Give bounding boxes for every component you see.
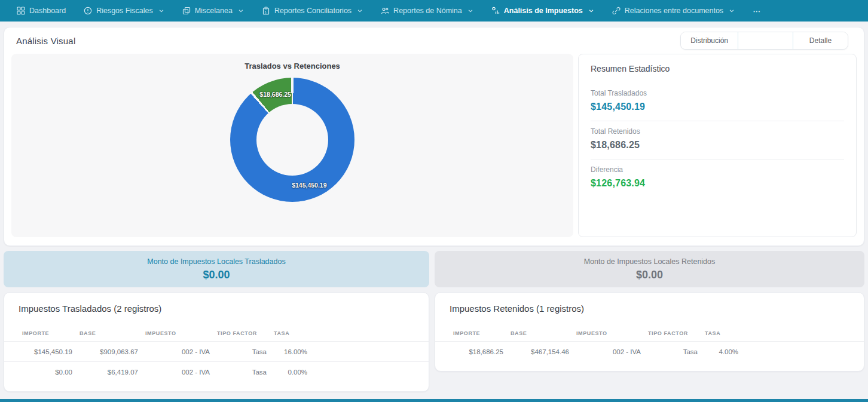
nav-item-miscelanea[interactable]: Miscelanea — [182, 7, 244, 15]
donut-hole — [256, 104, 328, 176]
column-header: IMPUESTO — [573, 328, 644, 341]
banners-row: Monto de Impuestos Locales Trasladados $… — [4, 251, 864, 287]
analisis-visual-header: Análisis Visual Distribución Detalle — [11, 27, 857, 54]
banner-label: Monto de Impuestos Locales Retenidos — [584, 257, 716, 266]
table-row[interactable]: $0.00 $6,419.07 002 - IVA Tasa 0.00% — [4, 361, 429, 382]
chevron-down-icon — [729, 8, 735, 14]
chart-analysis-icon — [491, 7, 500, 15]
analisis-visual-card: Análisis Visual Distribución Detalle Tra… — [4, 27, 864, 246]
cell-base: $909,063.67 — [76, 348, 142, 355]
nav-item-label: Dashboard — [29, 7, 66, 15]
table-row[interactable]: $145,450.19 $909,063.67 002 - IVA Tasa 1… — [4, 341, 429, 361]
nav-item-reportes-de-nomina[interactable]: Reportes de Nómina — [381, 7, 473, 15]
banner-locales-trasladados: Monto de Impuestos Locales Trasladados $… — [4, 251, 429, 287]
cell-impuesto: 002 - IVA — [573, 348, 644, 355]
nav-item-label: Análisis de Impuestos — [504, 7, 583, 15]
summary-label: Total Trasladados — [591, 89, 844, 97]
cell-base: $467,154.46 — [507, 348, 573, 355]
chevron-down-icon — [158, 8, 164, 14]
summary-title: Resumen Estadístico — [591, 64, 844, 73]
nav-item-riesgos-fiscales[interactable]: Riesgos Fiscales — [84, 7, 164, 15]
summary-value: $18,686.25 — [591, 140, 844, 151]
banner-value: $0.00 — [203, 269, 230, 281]
chevron-down-icon — [238, 8, 244, 14]
nav-item-label: Reportes de Nómina — [393, 7, 462, 15]
page-title: Análisis Visual — [16, 36, 75, 46]
link-icon — [612, 7, 621, 15]
resumen-estadistico-card: Resumen Estadístico Total Trasladados $1… — [578, 54, 857, 237]
nav-item-dashboard[interactable]: Dashboard — [17, 7, 66, 15]
analisis-visual-body: Traslados vs Retenciones $18,686.25 $145… — [11, 54, 857, 237]
impuestos-retenidos-card: Impuestos Retenidos (1 registros) IMPORT… — [435, 292, 864, 372]
column-header: IMPUESTO — [142, 328, 213, 341]
warning-circle-icon — [84, 7, 92, 15]
middle-view-button[interactable] — [738, 32, 793, 49]
column-header: TASA — [270, 328, 311, 341]
summary-item-diferencia: Diferencia $126,763.94 — [591, 159, 844, 197]
tables-row: Impuestos Trasladados (2 registros) IMPO… — [4, 292, 864, 392]
impuestos-trasladados-card: Impuestos Trasladados (2 registros) IMPO… — [4, 292, 429, 392]
cell-tasa: 0.00% — [270, 369, 311, 376]
nav-item-reportes-conciliatorios[interactable]: Reportes Conciliatorios — [262, 7, 363, 15]
cell-tasa: 4.00% — [701, 348, 742, 355]
overflow-icon: ⋯ — [753, 7, 761, 16]
chevron-down-icon — [467, 8, 473, 14]
donut-chart[interactable]: $18,686.25 $145,450.19 — [230, 78, 354, 202]
summary-item-total-retenidos: Total Retenidos $18,686.25 — [591, 121, 844, 159]
summary-value: $145,450.19 — [591, 102, 844, 112]
summary-label: Diferencia — [591, 165, 844, 174]
dashboard-icon — [17, 7, 25, 15]
cell-tasa: 16.00% — [270, 348, 311, 355]
cell-importe: $18,686.25 — [450, 348, 507, 355]
summary-label: Total Retenidos — [591, 127, 844, 136]
nav-item-label: Reportes Conciliatorios — [274, 7, 352, 15]
page-content: Análisis Visual Distribución Detalle Tra… — [0, 22, 868, 392]
clipboard-icon — [262, 7, 270, 15]
top-navigation: Dashboard Riesgos Fiscales Miscelanea Re… — [0, 0, 868, 22]
view-toggle-group: Distribución Detalle — [680, 32, 848, 50]
cell-tipo-factor: Tasa — [213, 369, 270, 376]
column-header: BASE — [76, 328, 142, 341]
table-header-row: IMPORTE BASE IMPUESTO TIPO FACTOR TASA — [435, 328, 864, 341]
column-header: TIPO FACTOR — [213, 328, 270, 341]
cell-tipo-factor: Tasa — [213, 348, 270, 355]
people-icon — [381, 7, 389, 15]
detalle-button[interactable]: Detalle — [793, 32, 848, 49]
bottom-accent-bar — [0, 399, 868, 402]
table-header-row: IMPORTE BASE IMPUESTO TIPO FACTOR TASA — [4, 328, 429, 341]
chevron-down-icon — [588, 8, 594, 14]
column-header: TIPO FACTOR — [644, 328, 701, 341]
summary-value: $126,763.94 — [591, 178, 844, 189]
nav-item-label: Riesgos Fiscales — [96, 7, 152, 15]
donut-chart-card: Traslados vs Retenciones $18,686.25 $145… — [11, 54, 573, 237]
cell-base: $6,419.07 — [76, 369, 142, 376]
banner-value: $0.00 — [636, 269, 663, 281]
slice-label-retenidos: $18,686.25 — [259, 91, 291, 98]
summary-item-total-trasladados: Total Trasladados $145,450.19 — [591, 83, 844, 121]
table-row[interactable]: $18,686.25 $467,154.46 002 - IVA Tasa 4.… — [435, 341, 864, 361]
cell-importe: $0.00 — [19, 369, 76, 376]
slice-label-trasladados: $145,450.19 — [292, 182, 326, 189]
column-spacer — [742, 331, 849, 338]
table-title: Impuestos Trasladados (2 registros) — [4, 303, 429, 314]
cell-importe: $145,450.19 — [19, 348, 76, 355]
column-header: BASE — [507, 328, 573, 341]
cell-tipo-factor: Tasa — [644, 348, 701, 355]
column-header: TASA — [701, 328, 742, 341]
column-header: IMPORTE — [19, 328, 76, 341]
table-title: Impuestos Retenidos (1 registros) — [435, 303, 864, 314]
banner-label: Monto de Impuestos Locales Trasladados — [147, 257, 285, 266]
copy-icon — [182, 7, 191, 15]
banner-locales-retenidos: Monto de Impuestos Locales Retenidos $0.… — [435, 251, 864, 287]
column-spacer — [311, 331, 414, 338]
cell-impuesto: 002 - IVA — [142, 369, 213, 376]
nav-item-relaciones-entre-documentos[interactable]: Relaciones entre documentos — [612, 7, 735, 15]
distribucion-button[interactable]: Distribución — [681, 32, 738, 49]
nav-item-label: Relaciones entre documentos — [625, 7, 723, 15]
nav-item-analisis-de-impuestos[interactable]: Análisis de Impuestos — [491, 7, 594, 15]
column-header: IMPORTE — [450, 328, 507, 341]
chevron-down-icon — [357, 8, 363, 14]
cell-impuesto: 002 - IVA — [142, 348, 213, 355]
nav-item-label: Miscelanea — [195, 7, 233, 15]
nav-item-overflow[interactable]: ⋯ — [753, 7, 761, 16]
